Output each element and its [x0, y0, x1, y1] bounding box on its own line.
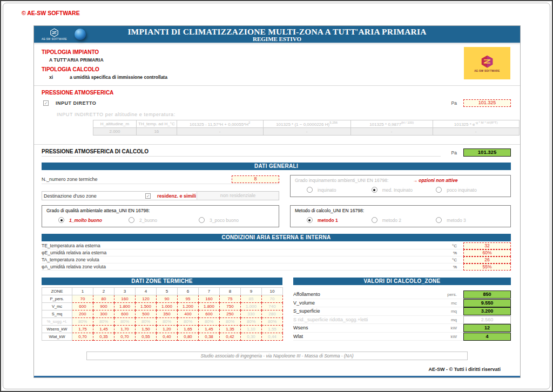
zone-cell[interactable]: 80 — [93, 295, 114, 303]
zone-cell: 80% — [114, 318, 136, 326]
zone-cell[interactable]: 0,38 — [199, 333, 220, 341]
radio-button[interactable] — [129, 217, 134, 223]
radio-option-metodo-3[interactable]: metodo 3 — [436, 217, 501, 223]
radio-button[interactable] — [58, 217, 64, 223]
input-diretto-label: INPUT DIRETTO — [56, 100, 96, 106]
valore-unit: kW — [450, 334, 457, 339]
tipologia-calcolo-value: a umidità specifica di immissione contro… — [70, 75, 167, 80]
pressione-calcolo-unit: Pa — [451, 150, 457, 156]
zone-cell[interactable]: 0,55 — [136, 333, 157, 341]
zone-table-row: Wlat_kW0,700,350,700,550,400,800,380,420… — [42, 333, 283, 341]
zone-cell[interactable]: 0,70 — [72, 333, 93, 341]
zone-cell[interactable]: 1.800 — [199, 303, 220, 310]
radio-button[interactable] — [436, 217, 442, 223]
condizione-input-field[interactable]: 55% — [463, 263, 511, 271]
zone-cell[interactable]: 1.200 — [178, 303, 199, 310]
zone-cell[interactable]: 160 — [199, 295, 220, 303]
radio-button[interactable] — [199, 217, 205, 223]
condizione-input-field[interactable]: 60% — [463, 249, 511, 256]
zone-cell[interactable]: 160 — [114, 295, 136, 303]
tipologia-calcolo-row: xi a umidità specifica di immissione con… — [49, 75, 520, 80]
zone-cell[interactable]: 90 — [157, 295, 178, 303]
pressione-input-field[interactable]: 101.325 — [463, 99, 511, 107]
zone-cell[interactable]: 250 — [220, 310, 241, 318]
zone-cell[interactable]: 1,45 — [199, 326, 220, 333]
valore-unit: mq — [451, 309, 457, 314]
zone-cell[interactable]: 400 — [178, 310, 199, 318]
radio-option-metodo-2[interactable]: metodo 2 — [372, 217, 436, 223]
radio-option-label: metodo 1 — [318, 218, 338, 223]
zone-row-label: Wlat_kW — [42, 333, 72, 341]
valore-unit: kW — [450, 326, 457, 330]
radio-button[interactable] — [372, 217, 377, 223]
zone-table-corner: ZONE — [42, 288, 72, 295]
radio-option-inquinato: inquinato — [307, 187, 372, 193]
condizione-unit: °C — [452, 244, 457, 248]
zone-column-header: 6 — [178, 288, 199, 295]
zone-cell[interactable]: 300 — [93, 310, 114, 318]
radio-button[interactable] — [307, 217, 313, 223]
studio-field[interactable]: Studio associato di ingegneria - via Nap… — [86, 352, 468, 360]
zone-column-header: 9 — [241, 288, 262, 295]
radio-option-metodo-1[interactable]: metodo 1 — [307, 217, 372, 223]
zone-cell[interactable]: 95 — [178, 295, 199, 303]
input-diretto-row: ✓ INPUT DIRETTO Pa 101.325 — [42, 99, 511, 107]
zone-cell[interactable]: 1.800 — [114, 303, 136, 310]
zone-row-label: Wsens_kW — [42, 326, 72, 333]
zone-cell[interactable]: 1,75 — [72, 326, 93, 333]
valore-row: Affollamentopers.850 — [293, 290, 511, 299]
valore-row: S_superficiemq3.200 — [293, 307, 511, 316]
pressione-title: PRESSIONE ATMOSFERICA — [42, 90, 520, 96]
zone-cell[interactable]: 1,20 — [157, 326, 178, 333]
numero-zone-field[interactable]: 8 — [232, 175, 279, 183]
condizione-input-field[interactable]: 26 — [463, 256, 511, 263]
aesw-logo-caption: AE-SW SOFTWARE — [42, 38, 67, 40]
zone-cell[interactable]: 0,35 — [93, 333, 114, 341]
zone-cell[interactable]: 350 — [157, 310, 178, 318]
radio-option-2-buono[interactable]: 2_buono — [129, 217, 199, 223]
zone-cell[interactable]: 1,45 — [93, 326, 114, 333]
zone-cell[interactable]: 1,50 — [136, 326, 157, 333]
zone-cell[interactable]: 1,35 — [220, 326, 241, 333]
valore-row: V_volumemc9.550 — [293, 299, 511, 308]
tipologia-impianto-label: TIPOLOGIA IMPIANTO — [42, 49, 520, 55]
zone-cell[interactable]: 0,40 — [157, 333, 178, 341]
copyright-text: © AE-SW SOFTWARE — [22, 10, 80, 16]
condizione-input-field[interactable]: 32 — [463, 242, 511, 249]
zone-cell[interactable]: 1,70 — [114, 326, 136, 333]
zone-row-label: %_sogg.+l. — [42, 318, 72, 326]
inquinamento-note: → opzioni non attive — [413, 178, 457, 183]
condizione-unit: % — [453, 251, 457, 255]
zone-cell[interactable]: 600 — [199, 310, 220, 318]
zone-cell[interactable]: 0,80 — [178, 333, 199, 341]
condizione-label: φE_umidità relativa aria esterna — [42, 250, 106, 255]
zone-column-header: 1 — [72, 288, 93, 295]
globe-logo-icon — [75, 29, 86, 40]
zone-cell[interactable]: 900 — [93, 303, 114, 310]
zone-cell: 1,10 — [241, 326, 262, 333]
dati-generali-bar: DATI GENERALI — [42, 163, 511, 170]
zone-cell[interactable]: 1.000 — [157, 303, 178, 310]
zone-cell[interactable]: 0,70 — [114, 333, 136, 341]
radio-option-3-poco-buono[interactable]: 3_poco buono — [199, 217, 269, 223]
zone-cell[interactable]: 500 — [136, 310, 157, 318]
zone-cell[interactable]: 70 — [72, 295, 93, 303]
input-diretto-checkbox[interactable]: ✓ — [43, 100, 49, 106]
destinazione-checkbox[interactable]: ✓ — [145, 193, 151, 199]
app-panel: AE-SW SOFTWARE IMPIANTI DI CLIMATIZZAZIO… — [33, 25, 521, 378]
zone-cell[interactable]: 1,65 — [178, 326, 199, 333]
zone-cell[interactable]: 120 — [136, 295, 157, 303]
zone-cell[interactable]: 0,42 — [220, 333, 241, 341]
zone-cell[interactable]: 750 — [220, 303, 241, 310]
zone-row-label: S_mq — [42, 310, 72, 318]
zone-cell[interactable]: 600 — [114, 310, 136, 318]
zone-cell[interactable]: 600 — [72, 303, 93, 310]
zone-row-label: V_mc — [42, 303, 72, 310]
condizione-label: TE_temperatura aria esterna — [42, 243, 100, 248]
zone-cell[interactable]: 1.500 — [136, 303, 157, 310]
zone-cell[interactable]: 200 — [72, 310, 93, 318]
radio-option-1-molto-buono[interactable]: 1_molto buono — [58, 217, 129, 223]
zone-cell[interactable]: 75 — [220, 295, 241, 303]
zone-cell: 280 — [262, 310, 283, 318]
tipologia-calcolo-label: TIPOLOGIA CALCOLO — [42, 66, 520, 72]
